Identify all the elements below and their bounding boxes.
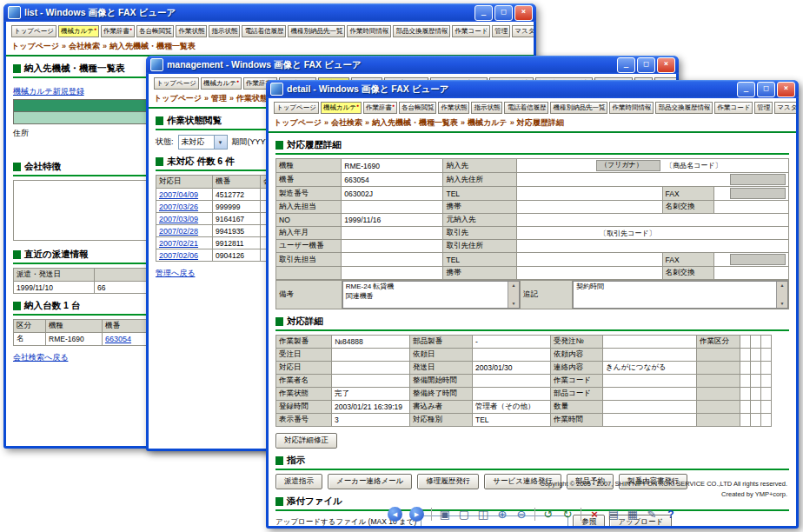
separator[interactable] bbox=[534, 508, 535, 521]
kiban-link[interactable]: 663054 bbox=[105, 335, 131, 343]
breadcrumb-link[interactable]: 会社検索 bbox=[69, 42, 100, 50]
nav-tab[interactable]: 各台帳閲覧 bbox=[136, 25, 175, 37]
close-button[interactable]: × bbox=[657, 57, 675, 73]
nav-tab[interactable]: 作業時間情報 bbox=[609, 102, 654, 114]
nav-tab[interactable]: トップページ bbox=[274, 102, 319, 114]
date-link[interactable]: 2007/03/26 bbox=[159, 203, 198, 211]
nav-tab[interactable]: 機械カルテ● bbox=[201, 77, 242, 90]
nav-tab[interactable]: 機械カルテ● bbox=[58, 25, 99, 37]
instruction-button[interactable]: 修理履歴発行 bbox=[417, 474, 479, 489]
nav-tab[interactable]: 電話着信履歴 bbox=[242, 25, 286, 37]
nav-tab[interactable]: 作業状態 bbox=[438, 102, 469, 114]
nav-tab[interactable]: 部品交換履歴情報 bbox=[655, 102, 713, 114]
nav-tab[interactable]: トップページ bbox=[11, 25, 56, 37]
nav-tab[interactable]: トップページ bbox=[154, 77, 199, 90]
nav-tab[interactable]: 管理 bbox=[754, 102, 773, 114]
date-link[interactable]: 2007/04/09 bbox=[159, 190, 198, 199]
remarks-textarea[interactable]: RME-24 転貸機 関連機番▲▼ bbox=[342, 281, 520, 309]
breadcrumb-link[interactable]: トップページ bbox=[154, 94, 202, 103]
breadcrumb-link[interactable]: 納入先機械・機種一覧表 bbox=[110, 42, 196, 50]
scroll-up-icon[interactable]: ▲ bbox=[512, 283, 516, 289]
date-cell: 2007/03/09 bbox=[156, 213, 213, 225]
nav-tab[interactable]: 電話着信履歴 bbox=[504, 102, 548, 114]
addendum-textarea[interactable]: 契約時間▲▼ bbox=[573, 281, 788, 309]
nav-tab[interactable]: 機種別納品先一覧 bbox=[550, 102, 607, 114]
date-link[interactable]: 2007/03/09 bbox=[159, 215, 198, 223]
breadcrumb-link[interactable]: トップページ bbox=[11, 42, 59, 50]
nav-tab[interactable]: 作業状態 bbox=[176, 25, 207, 37]
save-icon[interactable]: ▦ bbox=[627, 508, 639, 521]
actual-size-icon[interactable]: ▢ bbox=[458, 508, 470, 521]
textarea-scrollbar[interactable]: ▲▼ bbox=[776, 282, 787, 308]
window-title: detail - Windows 画像と FAX ビューア bbox=[287, 83, 733, 96]
maximize-button[interactable]: □ bbox=[494, 5, 513, 21]
nav-tab[interactable]: 作業コード bbox=[714, 102, 753, 114]
breadcrumb-link[interactable]: 管理 bbox=[211, 94, 227, 103]
back-to-search-link[interactable]: 会社検索へ戻る bbox=[13, 352, 68, 363]
breadcrumb-link[interactable]: 会社検索 bbox=[331, 118, 362, 127]
nav-tab[interactable]: 管理 bbox=[492, 25, 510, 37]
nav-tab[interactable]: 作業コード bbox=[452, 25, 490, 37]
date-link[interactable]: 2007/02/06 bbox=[159, 251, 198, 260]
separator[interactable] bbox=[581, 508, 581, 521]
date-link[interactable]: 2007/02/21 bbox=[159, 239, 198, 248]
nav-tab[interactable]: 指示状態 bbox=[209, 25, 240, 37]
detail-row: 作業製番№84888 部品製番- 受発注№ 作業区分 bbox=[276, 336, 772, 349]
breadcrumb-link[interactable]: トップページ bbox=[274, 118, 322, 127]
nav-tab[interactable]: 機種別納品先一覧 bbox=[288, 25, 345, 37]
close-button[interactable]: × bbox=[514, 5, 533, 21]
delete-icon[interactable]: × bbox=[588, 508, 601, 521]
minimize-button[interactable]: _ bbox=[737, 82, 755, 97]
nav-tab[interactable]: 作業辞書● bbox=[363, 102, 397, 114]
nav-tab[interactable]: 作業辞書● bbox=[101, 25, 135, 37]
nav-tab[interactable]: 部品交換履歴情報 bbox=[393, 25, 450, 37]
chevron-down-icon[interactable]: ▼ bbox=[214, 136, 227, 149]
new-karte-link[interactable]: 機械カルテ新規登録 bbox=[13, 86, 84, 97]
section-marker-icon bbox=[156, 116, 163, 125]
nav-tab[interactable]: マスタ bbox=[512, 25, 534, 37]
separator[interactable] bbox=[431, 508, 432, 521]
minimize-button[interactable]: _ bbox=[474, 5, 493, 21]
breadcrumb-link[interactable]: 対応履歴詳細 bbox=[517, 118, 564, 127]
instruction-button[interactable]: メーカー連絡メール bbox=[328, 474, 412, 489]
rotate-left-icon[interactable]: ↺ bbox=[542, 508, 554, 521]
help-icon[interactable]: ? bbox=[665, 509, 677, 521]
breadcrumb-link[interactable]: 納入先機械・機種一覧表 bbox=[372, 118, 458, 127]
nav-tab[interactable]: 機械カルテ● bbox=[321, 102, 362, 114]
scroll-down-icon[interactable]: ▼ bbox=[512, 301, 516, 307]
edit-detail-button[interactable]: 対応詳細修正 bbox=[275, 433, 337, 449]
maximize-button[interactable]: □ bbox=[637, 57, 655, 73]
best-fit-icon[interactable]: ▣ bbox=[439, 508, 451, 521]
tab-badge-icon: ● bbox=[94, 26, 96, 31]
instruction-button[interactable]: 派遣指示 bbox=[275, 474, 322, 489]
titlebar[interactable]: detail - Windows 画像と FAX ビューア _ □ × bbox=[266, 80, 799, 98]
state-select[interactable]: 未対応▼ bbox=[178, 135, 228, 150]
copyright: Copyright © 2005 - 2007, SHIN NIPPON KOK… bbox=[540, 479, 787, 500]
maximize-button[interactable]: □ bbox=[757, 82, 775, 97]
close-button[interactable]: × bbox=[777, 82, 795, 97]
back-to-admin-link[interactable]: 管理へ戻る bbox=[156, 268, 195, 279]
prev-button[interactable]: ◀ bbox=[388, 507, 402, 522]
zoom-out-icon[interactable]: ⊖ bbox=[515, 508, 528, 521]
print-icon[interactable]: ▤ bbox=[607, 508, 620, 521]
textarea-scrollbar[interactable]: ▲▼ bbox=[508, 282, 519, 308]
titlebar[interactable]: management - Windows 画像と FAX ビューア _ □ × bbox=[146, 56, 679, 74]
nav-tab[interactable]: マスタ bbox=[774, 102, 796, 114]
window-detail: detail - Windows 画像と FAX ビューア _ □ × トップペ… bbox=[266, 80, 799, 529]
date-link[interactable]: 2007/02/28 bbox=[159, 227, 198, 236]
titlebar[interactable]: list - Windows 画像と FAX ビューア _ □ × bbox=[3, 3, 536, 22]
nav-tab[interactable]: 作業時間情報 bbox=[347, 25, 391, 37]
breadcrumb-separator: » bbox=[365, 118, 369, 127]
table-row: 取引先担当 TEL FAX bbox=[276, 253, 789, 267]
scroll-up-icon[interactable]: ▲ bbox=[780, 283, 785, 289]
zoom-in-icon[interactable]: ⊕ bbox=[496, 508, 508, 521]
nav-tab[interactable]: 各台帳閲覧 bbox=[399, 102, 437, 114]
next-button[interactable]: ▶ bbox=[409, 507, 424, 522]
edit-icon[interactable]: ✎ bbox=[646, 508, 658, 521]
breadcrumb-link[interactable]: 機械カルテ bbox=[468, 118, 508, 127]
slideshow-icon[interactable]: ◫ bbox=[477, 508, 489, 521]
nav-tab[interactable]: 指示状態 bbox=[471, 102, 502, 114]
minimize-button[interactable]: _ bbox=[617, 57, 635, 73]
rotate-right-icon[interactable]: ↻ bbox=[561, 508, 574, 521]
scroll-down-icon[interactable]: ▼ bbox=[780, 301, 785, 307]
